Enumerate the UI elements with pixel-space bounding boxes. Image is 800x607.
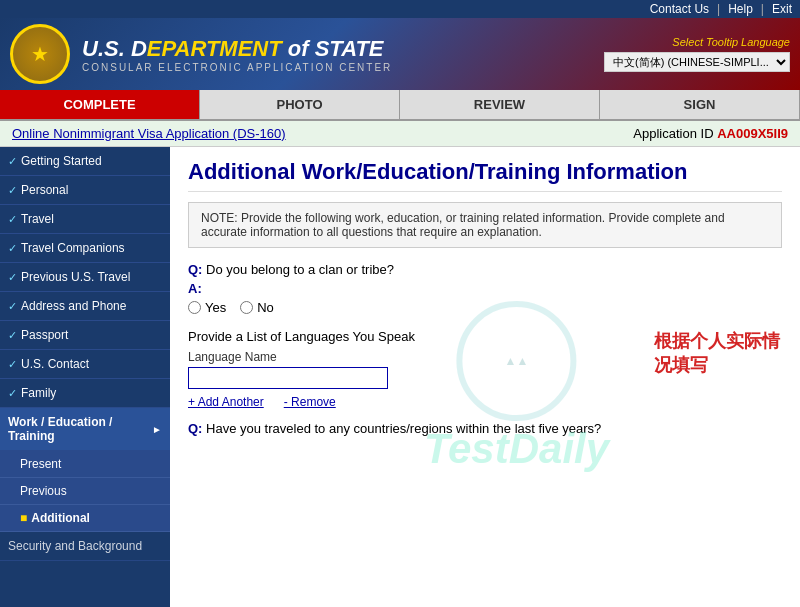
sidebar-item-personal[interactable]: ✓ Personal	[0, 176, 170, 205]
header: ★ U.S. DEPARTMENT of STATE CONSULAR ELEC…	[0, 18, 800, 90]
sub-label: Present	[20, 457, 61, 471]
language-name-input[interactable]	[188, 367, 388, 389]
sidebar-sub-present[interactable]: Present	[0, 451, 170, 478]
sidebar-label: U.S. Contact	[21, 357, 89, 371]
top-bar: Contact Us | Help | Exit	[0, 0, 800, 18]
sidebar-sub-work: Present Previous ■ Additional	[0, 451, 170, 532]
check-icon: ✓	[8, 300, 17, 313]
q2-question: Q: Have you traveled to any countries/re…	[188, 421, 782, 436]
tooltip-label: Select Tooltip Language	[672, 36, 790, 48]
sidebar-item-work-education[interactable]: Work / Education / Training ►	[0, 408, 170, 451]
check-icon: ✓	[8, 184, 17, 197]
q1-no-text: No	[257, 300, 274, 315]
note-box: NOTE: Provide the following work, educat…	[188, 202, 782, 248]
header-right: Select Tooltip Language 中文(简体) (CHINESE-…	[604, 36, 790, 72]
sidebar-item-us-contact[interactable]: ✓ U.S. Contact	[0, 350, 170, 379]
remove-link[interactable]: - Remove	[284, 395, 336, 409]
sidebar: ✓ Getting Started ✓ Personal ✓ Travel ✓ …	[0, 147, 170, 607]
sidebar-label: Personal	[21, 183, 68, 197]
language-select[interactable]: 中文(简体) (CHINESE-SIMPLI...	[604, 52, 790, 72]
sidebar-sub-previous[interactable]: Previous	[0, 478, 170, 505]
sidebar-label: Previous U.S. Travel	[21, 270, 130, 284]
q1-no-radio[interactable]	[240, 301, 253, 314]
breadcrumb: Online Nonimmigrant Visa Application (DS…	[0, 121, 800, 147]
check-icon: ✓	[8, 242, 17, 255]
dept-name: U.S. DEPARTMENT of STATE	[82, 36, 392, 62]
check-icon: ✓	[8, 329, 17, 342]
add-remove-group: + Add Another - Remove	[188, 395, 782, 409]
sub-label: Previous	[20, 484, 67, 498]
q1-answer: A: Yes No	[188, 281, 782, 315]
header-title: U.S. DEPARTMENT of STATE CONSULAR ELECTR…	[82, 36, 392, 73]
sidebar-item-address-phone[interactable]: ✓ Address and Phone	[0, 292, 170, 321]
sidebar-label: Getting Started	[21, 154, 102, 168]
sidebar-label: Family	[21, 386, 56, 400]
help-link[interactable]: Help	[728, 2, 753, 16]
app-id: Application ID AA009X5II9	[633, 126, 788, 141]
arrow-icon: ►	[152, 424, 162, 435]
sidebar-item-family[interactable]: ✓ Family	[0, 379, 170, 408]
q2-block: Q: Have you traveled to any countries/re…	[188, 421, 782, 436]
sub-label: Additional	[31, 511, 90, 525]
add-another-link[interactable]: + Add Another	[188, 395, 264, 409]
tab-complete[interactable]: COMPLETE	[0, 90, 200, 119]
sidebar-item-passport[interactable]: ✓ Passport	[0, 321, 170, 350]
sidebar-item-getting-started[interactable]: ✓ Getting Started	[0, 147, 170, 176]
sidebar-sub-additional[interactable]: ■ Additional	[0, 505, 170, 532]
q1-yes-label[interactable]: Yes	[188, 300, 226, 315]
contact-us-link[interactable]: Contact Us	[650, 2, 709, 16]
q1-block: Q: Do you belong to a clan or tribe? A: …	[188, 262, 782, 315]
sidebar-item-travel-companions[interactable]: ✓ Travel Companions	[0, 234, 170, 263]
q1-question: Q: Do you belong to a clan or tribe?	[188, 262, 782, 277]
q1-radio-group: Yes No	[188, 300, 782, 315]
q1-yes-text: Yes	[205, 300, 226, 315]
tab-review[interactable]: REVIEW	[400, 90, 600, 119]
sidebar-label: Address and Phone	[21, 299, 126, 313]
q1-no-label[interactable]: No	[240, 300, 274, 315]
sidebar-label: Work / Education / Training	[8, 415, 148, 443]
check-icon: ✓	[8, 213, 17, 226]
check-icon: ✓	[8, 155, 17, 168]
exit-link[interactable]: Exit	[772, 2, 792, 16]
sidebar-label: Passport	[21, 328, 68, 342]
seal-logo: ★	[10, 24, 70, 84]
sidebar-item-previous-us-travel[interactable]: ✓ Previous U.S. Travel	[0, 263, 170, 292]
lang-section-title: Provide a List of Languages You Speak	[188, 329, 782, 344]
sidebar-item-security[interactable]: Security and Background	[0, 532, 170, 561]
dept-sub: CONSULAR ELECTRONIC APPLICATION CENTER	[82, 62, 392, 73]
content-area: ▲▲ TestDaily 根据个人实际情况填写 Additional Work/…	[170, 147, 800, 607]
sidebar-item-travel[interactable]: ✓ Travel	[0, 205, 170, 234]
tab-photo[interactable]: PHOTO	[200, 90, 400, 119]
main-layout: ✓ Getting Started ✓ Personal ✓ Travel ✓ …	[0, 147, 800, 607]
sidebar-label: Security and Background	[8, 539, 142, 553]
check-icon: ✓	[8, 358, 17, 371]
sidebar-label: Travel	[21, 212, 54, 226]
bullet-icon: ■	[20, 511, 27, 525]
page-title: Additional Work/Education/Training Infor…	[188, 159, 782, 192]
lang-section: Provide a List of Languages You Speak La…	[188, 329, 782, 409]
nav-tabs: COMPLETE PHOTO REVIEW SIGN	[0, 90, 800, 121]
sidebar-label: Travel Companions	[21, 241, 125, 255]
lang-field-label: Language Name	[188, 350, 782, 364]
q1-yes-radio[interactable]	[188, 301, 201, 314]
check-icon: ✓	[8, 387, 17, 400]
app-title[interactable]: Online Nonimmigrant Visa Application (DS…	[12, 126, 286, 141]
check-icon: ✓	[8, 271, 17, 284]
tab-sign[interactable]: SIGN	[600, 90, 800, 119]
